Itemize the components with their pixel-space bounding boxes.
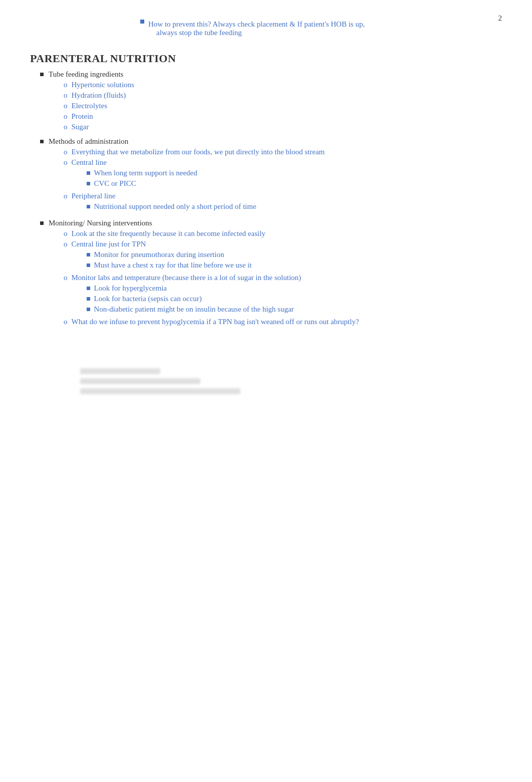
ingredient-5: Sugar xyxy=(72,123,89,131)
central-sub-1: When long term support is needed xyxy=(94,169,197,177)
list-item: Non-diabetic patient might be on insulin… xyxy=(87,305,302,314)
sub-sub-bullet xyxy=(87,297,90,301)
list-item: o Sugar xyxy=(64,123,134,131)
labs-sub-2: Look for bacteria (sepsis can occur) xyxy=(94,295,202,303)
list-item: o Hydration (fluids) xyxy=(64,91,134,100)
sub-sub-bullet xyxy=(87,264,90,267)
sub-bullet-o: o xyxy=(64,229,68,238)
method-central-line: Central line xyxy=(72,158,107,166)
list-item: o Everything that we metabolize from our… xyxy=(64,148,325,156)
list-item: Monitor for pneumothorax during insertio… xyxy=(87,250,252,259)
section-title: PARENTERAL NUTRITION xyxy=(30,52,502,65)
central-tpn-sub-1: Monitor for pneumothorax during insertio… xyxy=(94,250,224,259)
sub-bullet-o: o xyxy=(64,240,68,248)
list-item-labs: o Monitor labs and temperature (because … xyxy=(64,274,359,316)
sub-sub-bullet xyxy=(87,287,90,290)
tube-ingredients-sublist: o Hypertonic solutions o Hydration (flui… xyxy=(64,81,134,131)
monitoring-sublist: o Look at the site frequently because it… xyxy=(64,229,359,326)
central-sub-2: CVC or PICC xyxy=(94,179,136,188)
tube-ingredients-label: Tube feeding ingredients xyxy=(49,70,123,78)
sub-bullet-o: o xyxy=(64,148,68,156)
top-note-block: How to prevent this? Always check placem… xyxy=(140,20,502,37)
sub-bullet-o: o xyxy=(64,81,68,89)
list-item-tube-ingredients: Tube feeding ingredients o Hypertonic so… xyxy=(40,70,502,133)
list-item: Nutritional support needed only a short … xyxy=(87,202,256,211)
blurred-line xyxy=(80,378,200,384)
list-item: CVC or PICC xyxy=(87,179,197,188)
top-note-line2: always stop the tube feeding xyxy=(156,29,242,37)
sub-bullet-o: o xyxy=(64,102,68,110)
labs-sub-3: Non-diabetic patient might be on insulin… xyxy=(94,305,294,314)
sub-sub-bullet xyxy=(87,205,90,208)
bullet-2 xyxy=(40,140,44,143)
bullet-1 xyxy=(40,73,44,76)
sub-bullet-o: o xyxy=(64,192,68,200)
central-line-sublist: When long term support is needed CVC or … xyxy=(87,169,197,188)
list-item: o Look at the site frequently because it… xyxy=(64,229,359,238)
list-item: Look for bacteria (sepsis can occur) xyxy=(87,295,302,303)
monitoring-labs: Monitor labs and temperature (because th… xyxy=(72,274,302,282)
blurred-line xyxy=(80,368,160,374)
sub-bullet-o: o xyxy=(64,274,68,282)
peripheral-line-sublist: Nutritional support needed only a short … xyxy=(87,202,256,211)
sub-bullet-o: o xyxy=(64,91,68,100)
list-item-central: o Central line When long term support is… xyxy=(64,158,325,190)
sub-sub-bullet xyxy=(87,253,90,256)
list-item-hypoglycemia: o What do we infuse to prevent hypoglyce… xyxy=(64,318,359,326)
top-note-bullet xyxy=(140,20,144,24)
list-item: When long term support is needed xyxy=(87,169,197,177)
labs-sub-1: Look for hyperglycemia xyxy=(94,284,167,293)
list-item-peripheral: o Peripheral line Nutritional support ne… xyxy=(64,192,325,213)
central-tpn-sub-2: Must have a chest x ray for that line be… xyxy=(94,261,252,270)
method-peripheral-line: Peripheral line xyxy=(72,192,116,200)
methods-label: Methods of administration xyxy=(49,137,128,145)
sub-bullet-o: o xyxy=(64,112,68,121)
monitoring-label: Monitoring/ Nursing interventions xyxy=(49,219,152,227)
ingredient-3: Electrolytes xyxy=(72,102,108,110)
labs-sublist: Look for hyperglycemia Look for bacteria… xyxy=(87,284,302,314)
sub-bullet-o: o xyxy=(64,318,68,326)
list-item: o Electrolytes xyxy=(64,102,134,110)
list-item-central-tpn: o Central line just for TPN Monitor for … xyxy=(64,240,359,272)
bullet-3 xyxy=(40,221,44,225)
blurred-footer xyxy=(80,368,240,394)
sub-sub-bullet xyxy=(87,182,90,185)
method-1: Everything that we metabolize from our f… xyxy=(72,148,325,156)
sub-sub-bullet xyxy=(87,308,90,311)
ingredient-4: Protein xyxy=(72,112,93,121)
sub-bullet-o: o xyxy=(64,158,68,167)
monitoring-1: Look at the site frequently because it c… xyxy=(72,229,265,238)
list-item: Look for hyperglycemia xyxy=(87,284,302,293)
sub-sub-bullet xyxy=(87,171,90,175)
central-tpn-sublist: Monitor for pneumothorax during insertio… xyxy=(87,250,252,270)
list-item-monitoring: Monitoring/ Nursing interventions o Look… xyxy=(40,219,502,328)
top-note-line1: How to prevent this? Always check placem… xyxy=(148,20,365,28)
list-item: o Protein xyxy=(64,112,134,121)
list-item: o Hypertonic solutions xyxy=(64,81,134,89)
sub-bullet-o: o xyxy=(64,123,68,131)
methods-sublist: o Everything that we metabolize from our… xyxy=(64,148,325,213)
monitoring-central-tpn: Central line just for TPN xyxy=(72,240,146,248)
ingredient-2: Hydration (fluids) xyxy=(72,91,126,100)
list-item-methods: Methods of administration o Everything t… xyxy=(40,137,502,215)
peripheral-sub-1: Nutritional support needed only a short … xyxy=(94,202,256,211)
main-list: Tube feeding ingredients o Hypertonic so… xyxy=(40,70,502,328)
blurred-line xyxy=(80,388,240,394)
monitoring-hypoglycemia: What do we infuse to prevent hypoglycemi… xyxy=(72,318,359,326)
list-item: Must have a chest x ray for that line be… xyxy=(87,261,252,270)
ingredient-1: Hypertonic solutions xyxy=(72,81,134,89)
page-number: 2 xyxy=(498,14,502,23)
